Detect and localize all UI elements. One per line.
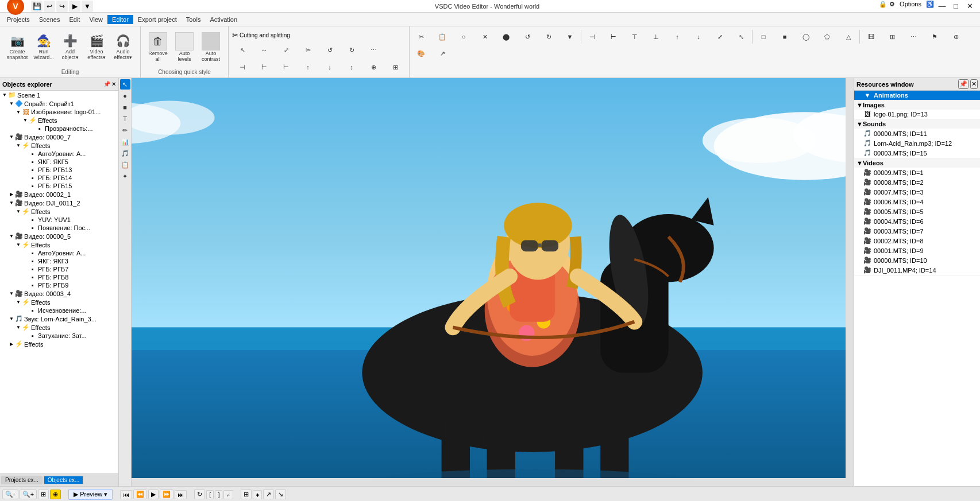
mark-in-button[interactable]: [ <box>206 490 214 499</box>
resource-vid-11[interactable]: 🎥 DJI_0011.MP4; ID=14 <box>854 265 980 275</box>
effects5-expand[interactable]: ▼ <box>15 300 22 305</box>
step-fwd-button[interactable]: ⏩ <box>160 490 173 499</box>
tb-color[interactable]: 🎨 <box>411 45 431 61</box>
effects8-expand[interactable]: ▶ <box>8 341 15 347</box>
run-wizard-button[interactable]: 🧙 RunWizard... <box>31 30 56 64</box>
panel-close-button[interactable]: ✕ <box>111 81 116 87</box>
zoom-out-button[interactable]: 🔍- <box>2 490 18 499</box>
sidebar-rect-icon[interactable]: ■ <box>120 102 130 112</box>
tree-img1[interactable]: ▼ 🖼 Изображение: logo-01... <box>0 108 118 116</box>
panel-tab-projects[interactable]: Projects ex... <box>1 476 43 484</box>
menu-edit[interactable]: Edit <box>64 15 84 24</box>
grid-button[interactable]: ⊞ <box>241 490 252 499</box>
tree-sprite1[interactable]: ▼ 🔷 Спрайт: Спрайт1 <box>0 99 118 108</box>
sidebar-text-icon[interactable]: T <box>120 114 130 124</box>
options-label[interactable]: Options <box>897 1 924 12</box>
scene1-expand[interactable]: ▼ <box>1 92 8 98</box>
auto-contrast-button[interactable]: Auto contrast <box>198 30 223 64</box>
tree-rgb13[interactable]: ▪ РГБ: РГБ13 <box>0 166 118 174</box>
resource-vid-8[interactable]: 🎥 00002.MTS; ID=8 <box>854 236 980 246</box>
effects7-expand[interactable]: ▼ <box>15 325 22 330</box>
tree-video3-4[interactable]: ▼ 🎥 Видео: 00003_4 <box>0 289 118 298</box>
audio-effects-button[interactable]: 🎧 Audioeffects▾ <box>110 30 136 64</box>
tb-triangle[interactable]: △ <box>838 29 859 45</box>
resource-vid-1[interactable]: 🎥 00009.MTS; ID=1 <box>854 168 980 177</box>
tb-align3[interactable]: ⊤ <box>624 29 645 45</box>
close-button[interactable]: ✕ <box>964 1 975 12</box>
redo-btn[interactable]: ↪ <box>56 1 68 12</box>
tree-rgb9[interactable]: ▪ РГБ: РГБ9 <box>0 281 118 289</box>
tree-rgb8[interactable]: ▪ РГБ: РГБ8 <box>0 273 118 281</box>
tree-effects3[interactable]: ▼ ⚡ Effects <box>0 207 118 216</box>
tree-opacity1[interactable]: ▪ Прозрачность:... <box>0 125 118 133</box>
customize-btn[interactable]: ▼ <box>82 1 93 12</box>
compress-tool[interactable]: ⊕ <box>363 59 384 75</box>
resize-tool[interactable]: ⤢ <box>276 42 296 58</box>
mark-out-button[interactable]: ] <box>215 490 222 499</box>
tree-video5[interactable]: ▼ 🎥 Видео: 00000_5 <box>0 232 118 240</box>
sidebar-pen-icon[interactable]: ✏ <box>120 125 130 135</box>
tree-sound1[interactable]: ▼ 🎵 Звук: Lorn-Acid_Rain_3... <box>0 314 118 323</box>
resource-vid-5[interactable]: 🎥 00005.MTS; ID=5 <box>854 207 980 216</box>
sidebar-chart-icon[interactable]: 📊 <box>120 137 130 147</box>
tree-ykg5[interactable]: ▪ ЯКГ: ЯКГ5 <box>0 158 118 166</box>
tb-extra[interactable]: ▼ <box>560 29 580 45</box>
tree-fade2[interactable]: ▪ Затухание: Зат... <box>0 332 118 340</box>
tb-pointer[interactable]: ↗ <box>432 45 453 61</box>
fit-button[interactable]: ⊞ <box>38 490 49 499</box>
play-button[interactable]: ▶ <box>148 490 159 499</box>
step-back-button[interactable]: ⏪ <box>133 490 147 499</box>
marker-button[interactable]: ♦ <box>253 490 262 499</box>
sound1-expand[interactable]: ▼ <box>8 316 15 321</box>
resource-sound-2[interactable]: 🎵 Lorn-Acid_Rain.mp3; ID=12 <box>854 138 980 148</box>
resource-vid-3[interactable]: 🎥 00007.MTS; ID=3 <box>854 187 980 197</box>
tb-down[interactable]: ↓ <box>688 29 709 45</box>
resource-vid-10[interactable]: 🎥 00000.MTS; ID=10 <box>854 255 980 265</box>
resource-vid-6[interactable]: 🎥 00004.MTS; ID=6 <box>854 216 980 226</box>
maximize-button[interactable]: □ <box>950 1 962 12</box>
create-snapshot-button[interactable]: 📷 Createsnapshot <box>5 30 30 64</box>
tree-video2[interactable]: ▶ 🎥 Видео: 00002_1 <box>0 190 118 199</box>
tree-videodji[interactable]: ▼ 🎥 Видео: DJI_0011_2 <box>0 199 118 207</box>
fade-in-button[interactable]: ↗ <box>263 490 274 499</box>
tree-autolevels1[interactable]: ▪ АвтоУровни: А... <box>0 150 118 158</box>
menu-tools[interactable]: Tools <box>182 15 206 24</box>
align-right-tool[interactable]: ⊢ <box>276 59 296 75</box>
tree-effects5[interactable]: ▼ ⚡ Effects <box>0 298 118 306</box>
video3-4-expand[interactable]: ▼ <box>8 291 15 296</box>
tree-scene1[interactable]: ▼ 📁 Scene 1 <box>0 91 118 99</box>
snap-tool[interactable]: ⊞ <box>385 59 406 75</box>
tb-circle[interactable]: ◯ <box>796 29 816 45</box>
menu-editor[interactable]: Editor <box>107 15 133 24</box>
cursor-tool[interactable]: ↖ <box>232 42 253 58</box>
tree-effects7[interactable]: ▼ ⚡ Effects <box>0 323 118 332</box>
tb-align4[interactable]: ⊥ <box>646 29 666 45</box>
tb-square[interactable]: □ <box>753 29 774 45</box>
tb-redo2[interactable]: ↻ <box>538 29 559 45</box>
fade-out-button[interactable]: ↘ <box>275 490 286 499</box>
resources-sounds-header[interactable]: ▼ Sounds <box>854 119 980 129</box>
tb-up[interactable]: ↑ <box>667 29 688 45</box>
panel-tab-objects[interactable]: Objects ex... <box>44 476 84 484</box>
save-btn[interactable]: 💾 <box>31 1 43 12</box>
tb-delete[interactable]: ✕ <box>474 29 495 45</box>
snap-button[interactable]: ⊕ <box>50 490 61 499</box>
loop-button[interactable]: ↻ <box>194 490 205 499</box>
video2-expand[interactable]: ▶ <box>8 192 15 197</box>
video-effects-button[interactable]: 🎬 Videoeffects▾ <box>84 30 109 64</box>
resource-vid-4[interactable]: 🎥 00006.MTS; ID=4 <box>854 197 980 207</box>
resources-images-header[interactable]: ▼ Images <box>854 100 980 110</box>
sprite1-expand[interactable]: ▼ <box>8 101 15 106</box>
sidebar-music-icon[interactable]: 🎵 <box>120 148 130 158</box>
menu-export[interactable]: Export project <box>133 15 182 24</box>
menu-scenes[interactable]: Scenes <box>34 15 65 24</box>
preview-scroll-vertical[interactable] <box>846 78 854 486</box>
zoom-in-button[interactable]: 🔍+ <box>20 490 37 499</box>
tree-yuv1[interactable]: ▪ YUV: YUV1 <box>0 216 118 224</box>
sidebar-pointer-icon[interactable]: ↖ <box>120 79 130 90</box>
sidebar-circle-icon[interactable]: ● <box>120 91 130 101</box>
tree-rgb14[interactable]: ▪ РГБ: РГБ14 <box>0 174 118 182</box>
resource-vid-2[interactable]: 🎥 00008.MTS; ID=2 <box>854 177 980 187</box>
tree-video7[interactable]: ▼ 🎥 Видео: 00000_7 <box>0 133 118 141</box>
tb-expand[interactable]: ⤢ <box>709 29 730 45</box>
